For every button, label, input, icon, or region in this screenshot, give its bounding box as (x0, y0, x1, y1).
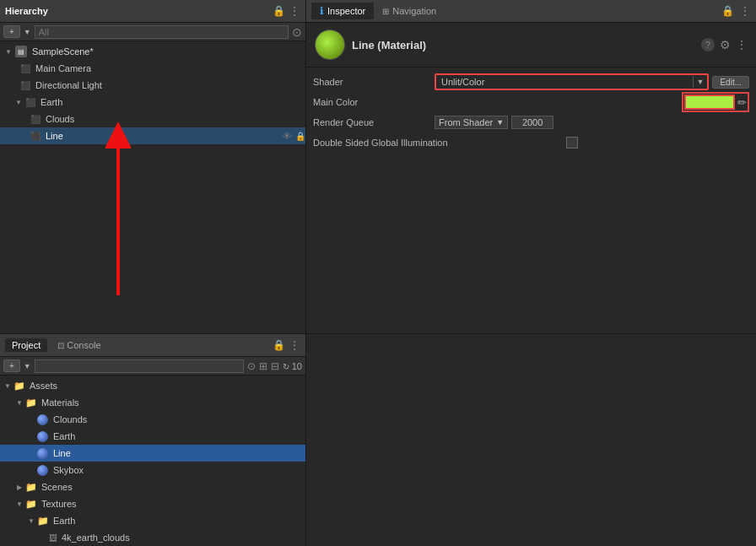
help-icon[interactable]: ? (701, 38, 715, 51)
settings-icon[interactable]: ⚙ (720, 38, 731, 51)
tree-item-clouds[interactable]: ⬛ Clouds (0, 111, 305, 127)
asset-item-textures[interactable]: ▼ 📁 Textures (0, 495, 305, 512)
tree-label: Line (46, 131, 63, 141)
render-queue-dropdown[interactable]: From Shader ▼ (435, 116, 508, 129)
shader-dropdown-arrow[interactable]: ▼ (693, 76, 708, 88)
tab-navigation[interactable]: ⊞ Navigation (374, 3, 445, 19)
expand-arrow: ▼ (15, 399, 24, 407)
tree-label: Earth (40, 97, 62, 107)
material-title: Line (Material) (352, 39, 426, 51)
tree-item-maincamera[interactable]: ⬛ Main Camera (0, 60, 305, 77)
eyedropper-icon[interactable]: ✏ (737, 96, 747, 109)
material-sphere-icon (37, 448, 48, 459)
shader-row: Shader Unlit/Color ▼ Edit... (313, 73, 749, 91)
tree-item-samplescene[interactable]: ▼ ▤ SampleScene* (0, 43, 305, 60)
lock-icon[interactable]: 🔒 (721, 5, 734, 17)
asset-label: 4k_earth_clouds (62, 532, 130, 543)
proj-focus-icon[interactable]: ⊙ (247, 360, 256, 372)
asset-label: Assets (30, 381, 57, 391)
lock-small-icon[interactable]: 🔒 (295, 132, 305, 141)
asset-item-assets[interactable]: ▼ 📁 Assets (0, 377, 305, 394)
search-input[interactable] (35, 25, 289, 39)
asset-label: Earth (53, 431, 75, 441)
asset-label: Scenes (41, 482, 73, 492)
render-queue-option: From Shader (439, 117, 493, 127)
dropdown-arrow: ▼ (24, 28, 31, 36)
asset-label: Line (53, 448, 71, 458)
focus-icon[interactable]: ⊙ (292, 25, 302, 39)
dsgi-label: Double Sided Global Illumination (313, 138, 566, 148)
tree-item-dirlight[interactable]: ⬛ Directional Light (0, 77, 305, 94)
render-queue-value[interactable]: 2000 (511, 116, 554, 129)
material-preview-sphere (315, 30, 345, 60)
folder-icon: 📁 (37, 516, 49, 527)
asset-item-scenes[interactable]: ▶ 📁 Scenes (0, 478, 305, 495)
proj-search-input[interactable] (35, 359, 244, 373)
hierarchy-toolbar: + ▼ All ⊙ (0, 23, 305, 41)
main-color-field: ✏ (435, 92, 749, 112)
lock-icon-proj[interactable]: 🔒 (273, 339, 285, 351)
inspector-panel: ℹ Inspector ⊞ Navigation 🔒 ⋮ Line (Mater… (306, 0, 756, 333)
tree-label: SampleScene* (32, 46, 94, 57)
expand-arrow: ▼ (15, 500, 24, 508)
inspector-header: ℹ Inspector ⊞ Navigation 🔒 ⋮ (306, 0, 756, 23)
console-tab[interactable]: ⊡ Console (51, 338, 107, 352)
tree-item-earth[interactable]: ▼ ⬛ Earth (0, 94, 305, 111)
gameobj-icon: ⬛ (20, 81, 30, 90)
asset-item-earth-mat[interactable]: Earth (0, 428, 305, 445)
render-queue-row: Render Queue From Shader ▼ 2000 (313, 113, 749, 132)
asset-item-clounds[interactable]: Clounds (0, 411, 305, 428)
asset-item-earth-tex-folder[interactable]: ▼ 📁 Earth (0, 512, 305, 529)
lock-icon: 🔒 (273, 5, 285, 17)
proj-grid-icon[interactable]: ⊞ (259, 360, 267, 372)
rq-dropdown-arrow: ▼ (496, 118, 504, 127)
asset-label: Earth (53, 516, 75, 526)
hierarchy-header: Hierarchy 🔒 ⋮ (0, 0, 305, 23)
asset-item-line-mat[interactable]: Line (0, 445, 305, 462)
color-swatch[interactable] (684, 95, 735, 110)
scene-icon: ▤ (15, 46, 27, 57)
inspector-header-icons: 🔒 ⋮ (721, 4, 751, 18)
eye-icon[interactable]: 👁 (283, 131, 292, 141)
material-sphere-icon (37, 431, 48, 442)
folder-icon: 📁 (25, 499, 37, 510)
expand-arrow: ▼ (14, 99, 24, 106)
material-sphere-icon (37, 414, 48, 425)
asset-item-materials[interactable]: ▼ 📁 Materials (0, 394, 305, 411)
tab-inspector-label: Inspector (327, 6, 365, 16)
render-queue-field: From Shader ▼ 2000 (435, 116, 749, 129)
more-icon2[interactable]: ⋮ (736, 38, 748, 51)
hierarchy-title: Hierarchy (5, 6, 269, 16)
tree-label: Directional Light (35, 80, 102, 90)
asset-item-earth-clouds-tex[interactable]: 🖼 4k_earth_clouds (0, 529, 305, 546)
material-sphere-icon (37, 465, 48, 476)
right-empty-area (306, 334, 756, 546)
more-icon[interactable]: ⋮ (739, 4, 751, 18)
folder-icon: 📁 (14, 381, 25, 392)
project-tab-active[interactable]: Project (5, 338, 47, 352)
more-icon-proj[interactable]: ⋮ (289, 338, 300, 352)
dsgi-checkbox[interactable] (566, 137, 578, 149)
gameobj-icon: ⬛ (30, 115, 40, 124)
material-header: Line (Material) ? ⚙ ⋮ (306, 23, 756, 68)
proj-dropdown-arrow: ▼ (24, 362, 31, 370)
tab-inspector[interactable]: ℹ Inspector (311, 3, 374, 19)
edit-button[interactable]: Edit... (712, 76, 749, 89)
shader-select-box[interactable]: Unlit/Color ▼ (435, 73, 709, 90)
color-swatch-wrapper[interactable]: ✏ (682, 92, 749, 112)
bottom-row: Project ⊡ Console 🔒 ⋮ + ▼ ⊙ ⊞ ⊟ ↻ 10 ▼ (0, 333, 756, 546)
proj-add-button[interactable]: + (3, 359, 20, 372)
tree-label: Main Camera (35, 63, 91, 73)
more-icon[interactable]: ⋮ (289, 4, 300, 18)
refresh-icon: ↻ (283, 362, 289, 371)
texture-icon: 🖼 (49, 533, 57, 543)
tree-item-line[interactable]: ⬛ Line 👁 🔒 (0, 127, 305, 144)
shader-field: Unlit/Color ▼ Edit... (435, 73, 749, 90)
expand-arrow: ▼ (27, 517, 35, 525)
proj-count-badge: ↻ 10 (283, 361, 302, 371)
expand-arrow: ▼ (3, 382, 12, 390)
asset-item-skybox[interactable]: Skybox (0, 462, 305, 478)
tab-navigation-label: Navigation (392, 6, 436, 16)
proj-filter-icon[interactable]: ⊟ (271, 360, 279, 372)
add-button[interactable]: + (3, 25, 20, 38)
